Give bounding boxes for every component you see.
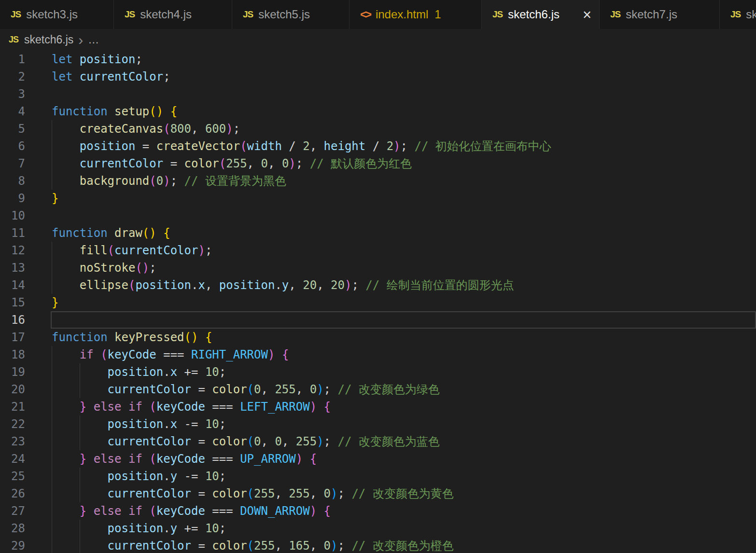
tab-sketch6.js[interactable]: JSsketch6.js× (482, 0, 600, 29)
code-token: ( (163, 122, 170, 136)
code-token: () (135, 261, 149, 275)
code-token: ) (268, 348, 275, 361)
code-token: ( (128, 278, 135, 292)
code-token: keyPressed (114, 331, 184, 344)
breadcrumb: JS sketch6.js › … (0, 29, 756, 51)
line-number: 25 (0, 468, 25, 485)
tab-sketch7.js[interactable]: JSsketch7.js (600, 0, 720, 29)
code-line[interactable]: 3 (0, 85, 756, 103)
code-line[interactable]: 22 position.x -= 10; (0, 415, 756, 433)
close-icon[interactable]: × (583, 7, 591, 22)
code-token: 0 (282, 157, 289, 170)
code-token: width (247, 139, 282, 153)
code-token: 0 (324, 539, 331, 553)
code-token: , (261, 383, 275, 396)
breadcrumb-symbol[interactable]: … (88, 33, 100, 46)
code-token: ; (163, 70, 170, 83)
code-token: LEFT_ARROW (240, 400, 310, 414)
breadcrumb-file[interactable]: sketch6.js (24, 33, 73, 46)
code-token: createCanvas (80, 122, 163, 136)
code-text: createCanvas(800, 600); (52, 120, 756, 138)
tab-index.html[interactable]: <>index.html1 (350, 0, 482, 29)
code-line[interactable]: 21 } else if (keyCode === LEFT_ARROW) { (0, 398, 756, 415)
code-line[interactable]: 27 } else if (keyCode === DOWN_ARROW) { (0, 502, 756, 520)
code-token: let (52, 70, 80, 83)
code-line[interactable]: 15} (0, 294, 756, 311)
code-token: ) (317, 383, 323, 396)
line-number: 27 (0, 502, 25, 520)
code-text: position.x -= 10; (52, 415, 756, 433)
code-line[interactable]: 7 currentColor = color(255, 0, 0); // 默认… (0, 155, 756, 172)
code-token: y (170, 522, 177, 535)
indent-guide (80, 537, 80, 553)
code-token: ( (247, 383, 254, 396)
code-token: , (275, 487, 289, 500)
line-number: 24 (0, 450, 25, 468)
code-token: 255 (296, 435, 317, 448)
code-token: , (289, 278, 303, 292)
code-line[interactable]: 19 position.x += 10; (0, 363, 756, 381)
indent-guide (52, 502, 52, 520)
code-token: ) (226, 122, 233, 136)
code-token: ; (351, 278, 365, 292)
indent-guide (80, 381, 80, 398)
code-token: 0 (310, 383, 317, 396)
code-line[interactable]: 12 fill(currentColor); (0, 242, 756, 259)
code-line[interactable]: 10 (0, 207, 756, 224)
tab-label: sk (746, 8, 756, 21)
code-token: } (80, 400, 86, 414)
indent-guide (80, 415, 80, 433)
code-token (52, 174, 80, 188)
code-text (52, 85, 756, 103)
code-token: 800 (170, 122, 191, 136)
code-token: 2 (303, 139, 309, 153)
code-line[interactable]: 8 background(0); // 设置背景为黑色 (0, 172, 756, 190)
code-line[interactable]: 23 currentColor = color(0, 0, 255); // 改… (0, 433, 756, 450)
code-token: } (80, 452, 86, 466)
code-line[interactable]: 18 if (keyCode === RIGHT_ARROW) { (0, 346, 756, 363)
code-line[interactable]: 1let position; (0, 51, 756, 68)
tab-sketch4.js[interactable]: JSsketch4.js (114, 0, 232, 29)
code-line[interactable]: 13 noStroke(); (0, 259, 756, 276)
code-line[interactable]: 9} (0, 190, 756, 207)
code-line[interactable]: 14 ellipse(position.x, position.y, 20, 2… (0, 276, 756, 294)
code-line[interactable]: 11function draw() { (0, 224, 756, 242)
code-text: position.x += 10; (52, 363, 756, 381)
indent-guide (52, 398, 52, 415)
code-token: 10 (205, 522, 219, 535)
code-line[interactable]: 26 currentColor = color(255, 255, 0); //… (0, 485, 756, 502)
code-token: () (142, 226, 156, 240)
code-text: } else if (keyCode === LEFT_ARROW) { (52, 398, 756, 415)
code-token: else if (94, 504, 150, 518)
code-line[interactable]: 29 currentColor = color(255, 165, 0); //… (0, 537, 756, 553)
code-token: // 改变颜色为蓝色 (337, 435, 439, 448)
code-text (52, 207, 756, 224)
code-line[interactable]: 4function setup() { (0, 103, 756, 120)
code-token: ; (135, 53, 142, 66)
line-number: 18 (0, 346, 25, 363)
code-line[interactable]: 6 position = createVector(width / 2, hei… (0, 138, 756, 155)
code-line[interactable]: 16 (0, 311, 756, 329)
code-line[interactable]: 17function keyPressed() { (0, 329, 756, 346)
code-line[interactable]: 5 createCanvas(800, 600); (0, 120, 756, 138)
code-token: background (80, 174, 150, 188)
js-file-icon: JS (730, 9, 741, 20)
line-number: 1 (0, 51, 25, 68)
tab-sk[interactable]: JSsk (720, 0, 756, 29)
tab-sketch5.js[interactable]: JSsketch5.js (232, 0, 350, 29)
code-token: 20 (303, 278, 317, 292)
tab-sketch3.js[interactable]: JSsketch3.js (0, 0, 114, 29)
code-text: currentColor = color(255, 255, 0); // 改变… (52, 485, 756, 502)
code-line[interactable]: 25 position.y -= 10; (0, 468, 756, 485)
code-token (52, 400, 80, 414)
code-token: ; (219, 417, 226, 431)
code-text: function setup() { (52, 103, 756, 120)
code-line[interactable]: 2let currentColor; (0, 68, 756, 85)
code-token (52, 157, 80, 170)
code-token: = (191, 539, 212, 553)
code-token: 255 (289, 487, 309, 500)
code-line[interactable]: 20 currentColor = color(0, 255, 0); // 改… (0, 381, 756, 398)
code-token: color (184, 157, 219, 170)
code-line[interactable]: 24 } else if (keyCode === UP_ARROW) { (0, 450, 756, 468)
code-line[interactable]: 28 position.y += 10; (0, 520, 756, 537)
